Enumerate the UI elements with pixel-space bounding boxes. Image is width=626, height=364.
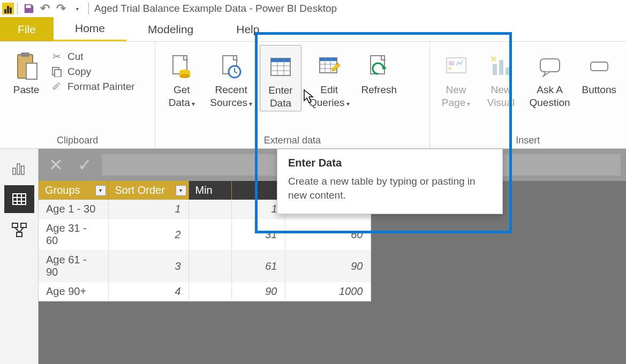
qat-dropdown[interactable]: ▾ [69, 1, 85, 17]
get-data-label: Get Data [169, 84, 190, 108]
undo-button[interactable]: ↶ [37, 1, 53, 17]
column-dropdown-icon[interactable]: ▾ [95, 185, 106, 196]
svg-rect-28 [499, 60, 503, 75]
copy-button[interactable]: Copy [50, 66, 135, 78]
format-painter-icon [50, 81, 63, 92]
svg-rect-31 [591, 62, 608, 71]
tab-file[interactable]: File [0, 17, 54, 41]
format-painter-button[interactable]: Format Painter [50, 81, 135, 93]
save-button[interactable] [21, 1, 37, 17]
svg-rect-32 [13, 168, 16, 175]
model-view-button[interactable] [4, 216, 34, 244]
new-page-label: New Page [442, 84, 466, 108]
svg-rect-40 [12, 223, 18, 228]
ask-question-button[interactable]: Ask A Question [525, 45, 575, 110]
ask-question-label: Ask A Question [530, 84, 570, 108]
svg-rect-2 [26, 63, 37, 79]
formula-cancel-button[interactable]: ✕ [44, 153, 67, 177]
formula-commit-button[interactable]: ✓ [73, 153, 96, 177]
refresh-button[interactable]: Refresh [357, 45, 402, 97]
edit-queries-label: Edit Queries [309, 84, 345, 108]
ribbon-group-insert: New Page▾ New Visual Ask A Question Butt… [430, 42, 626, 148]
tab-help[interactable]: Help [215, 17, 281, 41]
svg-point-8 [179, 74, 190, 78]
column-header-sort-order[interactable]: Sort Order ▾ [108, 181, 188, 200]
cell-group: Age 90+ [39, 282, 108, 301]
paste-button[interactable]: Paste [5, 45, 47, 97]
ribbon: Paste ✂ Cut Copy Format Painter [0, 42, 626, 149]
report-view-button[interactable] [4, 154, 34, 182]
cell-blank [188, 282, 231, 301]
cell-blank [188, 200, 231, 219]
svg-line-43 [15, 228, 19, 232]
cell-max: 60 [285, 219, 371, 251]
ribbon-group-external-data: Get Data▾ Recent Sources▾ Enter Data Edi… [155, 42, 429, 148]
tooltip-body: Create a new table by typing or pasting … [288, 175, 492, 202]
enter-data-label: Enter Data [268, 85, 292, 109]
paste-label: Paste [13, 84, 40, 96]
cell-max: 1000 [285, 282, 371, 301]
cell-blank [188, 219, 231, 251]
ribbon-group-clipboard: Paste ✂ Cut Copy Format Painter [0, 42, 155, 148]
svg-rect-41 [21, 223, 26, 228]
svg-rect-29 [506, 67, 510, 75]
svg-rect-42 [17, 232, 22, 237]
cell-blank [188, 251, 231, 282]
column-header-min[interactable]: Min [188, 181, 231, 200]
insert-group-label: Insert [435, 135, 621, 147]
divider [17, 3, 18, 14]
svg-rect-4 [55, 70, 61, 77]
cell-min: 90 [231, 282, 285, 301]
cut-icon: ✂ [50, 50, 63, 63]
edit-queries-button[interactable]: Edit Queries▾ [305, 45, 354, 110]
cut-button[interactable]: ✂ Cut [50, 50, 135, 63]
recent-sources-label: Recent Sources [210, 84, 247, 108]
tab-modeling[interactable]: Modeling [126, 17, 215, 41]
svg-rect-25 [449, 61, 454, 65]
cell-min: 31 [231, 219, 285, 251]
refresh-label: Refresh [361, 84, 397, 95]
copy-label: Copy [67, 66, 91, 78]
app-icon [2, 3, 14, 14]
column-dropdown-icon[interactable]: ▾ [176, 185, 186, 196]
copy-icon [50, 66, 63, 77]
svg-rect-35 [13, 194, 26, 204]
svg-rect-30 [540, 59, 560, 72]
ribbon-tabs: File Home Modeling Help [0, 17, 626, 42]
svg-rect-34 [21, 166, 24, 175]
tab-home[interactable]: Home [54, 17, 126, 41]
get-data-button[interactable]: Get Data▾ [161, 45, 202, 110]
enter-data-button[interactable]: Enter Data [260, 45, 301, 111]
tooltip-title: Enter Data [288, 157, 492, 169]
window-title: Aged Trial Balance Example Data - Power … [94, 3, 337, 14]
buttons-label: Buttons [582, 84, 616, 95]
new-page-button[interactable]: New Page▾ [435, 45, 477, 110]
table-row[interactable]: Age 90+4901000 [39, 282, 371, 301]
table-row[interactable]: Age 31 - 6023160 [39, 219, 371, 251]
title-bar: ↶ ↷ ▾ Aged Trial Balance Example Data - … [0, 0, 626, 17]
new-visual-button[interactable]: New Visual [480, 45, 522, 110]
clipboard-group-label: Clipboard [5, 135, 149, 147]
column-header-groups[interactable]: Groups ▾ [39, 181, 108, 200]
redo-button[interactable]: ↷ [53, 1, 69, 17]
cell-group: Age 61 - 90 [39, 251, 108, 282]
new-visual-label: New Visual [487, 84, 515, 108]
enter-data-tooltip: Enter Data Create a new table by typing … [277, 149, 503, 214]
cell-max: 90 [285, 251, 371, 282]
svg-rect-1 [21, 52, 29, 57]
buttons-button[interactable]: Buttons [578, 45, 621, 97]
cell-sort: 1 [108, 200, 188, 219]
data-view-button[interactable] [4, 185, 34, 213]
cell-group: Age 31 - 60 [39, 219, 108, 251]
svg-point-26 [448, 67, 451, 70]
table-row[interactable]: Age 61 - 9036190 [39, 251, 371, 282]
svg-rect-12 [271, 58, 290, 62]
divider [88, 3, 89, 14]
svg-rect-33 [17, 164, 20, 175]
cell-group: Age 1 - 30 [39, 200, 108, 219]
cut-label: Cut [67, 51, 84, 63]
view-rail [0, 149, 39, 364]
cell-sort: 4 [108, 282, 188, 301]
recent-sources-button[interactable]: Recent Sources▾ [206, 45, 257, 110]
svg-line-44 [19, 228, 24, 232]
